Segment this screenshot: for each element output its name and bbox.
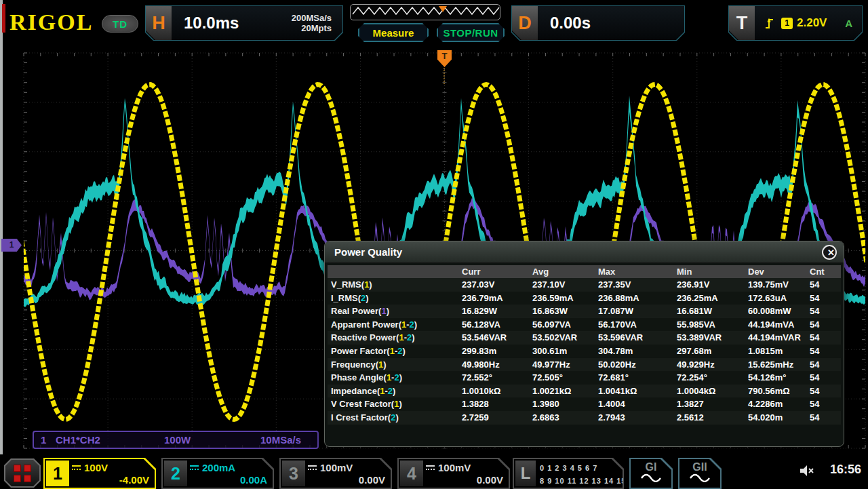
channel-4-box[interactable]: 4100mV0.00V — [397, 458, 510, 489]
math-scale: 100W — [164, 432, 191, 448]
dc-coupling-icon — [190, 465, 199, 471]
dialog-title: Power Quality — [325, 241, 844, 263]
math-expression: CH1*CH2 — [56, 432, 100, 448]
channel-offset: 0.00A — [240, 474, 267, 486]
channel-offset: 0.00V — [359, 474, 385, 486]
table-row: I Crest Factor(2)2.72592.68632.79432.561… — [328, 411, 841, 425]
table-row: Apparent Power(1-2)56.128VA56.097VA56.17… — [328, 318, 841, 332]
trigger-panel[interactable]: T 1 2.20V A — [728, 5, 863, 41]
table-row: V_RMS(1)237.03V237.10V237.35V236.91V139.… — [328, 278, 841, 292]
col-avg: Avg — [532, 265, 598, 278]
dc-coupling-icon — [72, 465, 81, 471]
rigol-logo: RIGOL — [9, 11, 93, 34]
table-row: Real Power(1)16.829W16.863W17.087W16.681… — [328, 305, 841, 318]
col-dev: Dev — [748, 265, 810, 278]
delay-label: D — [512, 6, 538, 40]
pq-table-body: V_RMS(1)237.03V237.10V237.35V236.91V139.… — [328, 278, 841, 425]
math-channel-label[interactable]: 1 CH1*CH2 100W 10MSa/s — [33, 431, 319, 449]
close-icon[interactable]: ✕ — [822, 245, 837, 260]
delay-value: 0.00s — [550, 14, 591, 33]
math-sample-rate: 10MSa/s — [260, 432, 301, 448]
table-row: Frequency(1)49.980Hz49.977Hz50.020Hz49.9… — [328, 358, 841, 372]
zigzag-indicator — [351, 5, 500, 20]
menu-button[interactable] — [4, 458, 41, 488]
pq-table-header: Curr Avg Max Min Dev Cnt — [328, 265, 841, 278]
table-row: V Crest Factor(1)1.38281.39801.40041.382… — [328, 397, 841, 411]
channel-1-box[interactable]: 1100V-4.00V — [43, 458, 156, 489]
oscilloscope-screen: RIGOL TD H 10.0ms 200MSa/s 20Mpts Measur… — [0, 0, 868, 489]
stop-run-button[interactable]: STOP/RUN — [437, 23, 505, 42]
col-max: Max — [598, 265, 677, 278]
delay-panel[interactable]: D 0.00s — [511, 5, 685, 41]
col-curr: Curr — [462, 265, 532, 278]
channel-offset: 0.00V — [477, 474, 503, 486]
table-row: Impedance(1-2)1.0010kΩ1.0021kΩ1.0041kΩ1.… — [328, 385, 841, 398]
memory-depth: 20Mpts — [292, 23, 332, 33]
power-quality-dialog: Power Quality ✕ Curr Avg Max Min Dev Cnt… — [324, 241, 844, 447]
sine-wave-icon — [690, 473, 710, 482]
table-row: Reactive Power(1-2)53.546VAR53.502VAR53.… — [328, 331, 841, 345]
grid-menu-icon — [5, 460, 39, 486]
trigger-level-value: 2.20V — [797, 16, 827, 30]
channel-offset: -4.00V — [119, 474, 149, 486]
channel-scale: 100mV — [320, 462, 353, 473]
dc-coupling-icon — [426, 465, 435, 471]
bezel-mark — [2, 4, 5, 33]
horizontal-panel[interactable]: H 10.0ms 200MSa/s 20Mpts — [145, 5, 343, 41]
trigger-label: T — [729, 6, 755, 40]
trigger-source-badge: 1 — [781, 18, 793, 29]
dc-coupling-icon — [308, 465, 317, 471]
col-cnt: Cnt — [810, 265, 838, 278]
gen1-box[interactable]: GI — [629, 458, 673, 489]
sine-wave-icon — [641, 473, 661, 482]
channel-number: 4 — [400, 461, 423, 486]
channel-scale: 100mV — [438, 462, 471, 473]
measure-button[interactable]: Measure — [358, 23, 429, 42]
channel-2-box[interactable]: 2200mA0.00A — [161, 458, 274, 489]
trigger-dash-line — [443, 68, 445, 84]
gen2-box[interactable]: GII — [678, 458, 722, 489]
channel-number: 2 — [164, 461, 187, 486]
math-channel-number: 1 — [41, 432, 46, 448]
table-row: I_RMS(2)236.79mA236.59mA236.88mA236.25mA… — [328, 292, 841, 305]
trigger-sweep-mode: A — [845, 18, 852, 29]
table-row: Power Factor(1-2)299.83m300.61m304.78m29… — [328, 345, 841, 358]
logic-label: L — [515, 461, 536, 486]
memory-position-bar[interactable] — [350, 4, 500, 20]
horizontal-label: H — [146, 6, 172, 40]
clock: 16:56 — [830, 463, 861, 477]
rising-edge-icon — [764, 16, 774, 31]
td-mode-badge: TD — [102, 15, 138, 33]
channel-number: 1 — [46, 461, 69, 486]
channel-scale: 200mA — [202, 462, 235, 473]
col-min: Min — [677, 265, 748, 278]
timebase-value: 10.0ms — [184, 14, 239, 33]
speaker-muted-icon[interactable] — [799, 464, 815, 477]
sample-rate: 200MSa/s — [292, 13, 332, 23]
logic-digits-row2: 8 9 10 11 12 13 14 15 — [540, 475, 626, 488]
channel-number: 3 — [282, 461, 305, 486]
logic-analyzer-box[interactable]: L 0 1 2 3 4 5 6 7 8 9 10 11 12 13 14 15 — [513, 458, 624, 489]
logic-digits-row1: 0 1 2 3 4 5 6 7 — [540, 462, 626, 475]
table-row: Phase Angle(1-2)72.552°72.505°72.681°72.… — [328, 371, 841, 385]
bottom-bar: 1100V-4.00V2200mA0.00A3100mV0.00V4100mV0… — [0, 454, 868, 489]
channel-3-box[interactable]: 3100mV0.00V — [279, 458, 392, 489]
channel-scale: 100V — [84, 462, 108, 473]
